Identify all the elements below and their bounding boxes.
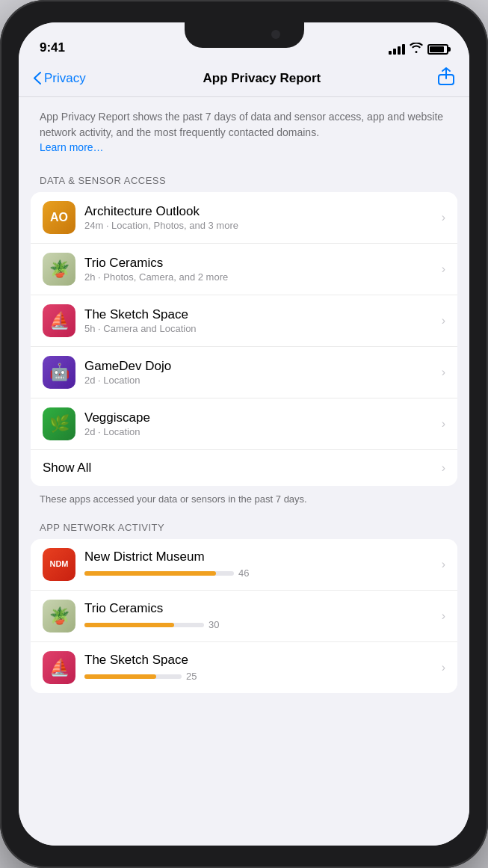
network-item[interactable]: NDM New District Museum 46 › <box>31 539 457 591</box>
app-icon-trio-ceramics: 🪴 <box>43 253 75 286</box>
status-icons <box>389 43 448 55</box>
battery-icon <box>427 44 448 55</box>
back-label: Privacy <box>44 71 86 86</box>
list-item[interactable]: AO Architecture Outlook 24m · Location, … <box>31 192 457 244</box>
app-icon-sketch-space-network: ⛵ <box>43 651 75 684</box>
app-icon-gamedev-dojo: 🤖 <box>43 356 75 389</box>
network-item[interactable]: 🪴 Trio Ceramics 30 › <box>31 591 457 642</box>
network-text: The Sketch Space 25 <box>84 653 436 682</box>
bar-track <box>84 623 204 627</box>
show-all-item[interactable]: Show All › <box>31 450 457 486</box>
app-name: New District Museum <box>84 550 436 564</box>
item-text: Veggiscape 2d · Location <box>84 410 436 437</box>
network-text: New District Museum 46 <box>84 550 436 579</box>
bar-track <box>84 571 234 576</box>
wifi-icon <box>410 43 423 55</box>
app-icon-veggiscape: 🌿 <box>43 407 75 440</box>
chevron-right-icon: › <box>442 661 445 674</box>
bar-value: 25 <box>186 671 197 682</box>
info-section: App Privacy Report shows the past 7 days… <box>19 97 469 163</box>
app-name: The Sketch Space <box>84 307 436 322</box>
app-name: Architecture Outlook <box>84 204 436 219</box>
app-name: GameDev Dojo <box>84 359 436 374</box>
info-description: App Privacy Report shows the past 7 days… <box>40 111 443 138</box>
list-item[interactable]: 🌿 Veggiscape 2d · Location › <box>31 398 457 450</box>
chevron-right-icon: › <box>442 461 445 475</box>
show-all-label: Show All <box>43 461 436 475</box>
app-subtitle: 2d · Location <box>84 426 436 437</box>
page-title: App Privacy Report <box>203 71 321 86</box>
list-item[interactable]: ⛵ The Sketch Space 5h · Camera and Locat… <box>31 295 457 347</box>
item-text: The Sketch Space 5h · Camera and Locatio… <box>84 307 436 334</box>
learn-more-link[interactable]: Learn more… <box>40 141 104 153</box>
phone-screen: 9:41 <box>19 22 469 846</box>
item-text: Architecture Outlook 24m · Location, Pho… <box>84 204 436 231</box>
chevron-right-icon: › <box>442 211 445 224</box>
network-text: Trio Ceramics 30 <box>84 601 436 630</box>
item-text: GameDev Dojo 2d · Location <box>84 359 436 386</box>
status-time: 9:41 <box>40 40 65 55</box>
network-activity-header: APP NETWORK ACTIVITY <box>19 510 469 539</box>
network-item[interactable]: ⛵ The Sketch Space 25 › <box>31 642 457 693</box>
chevron-right-icon: › <box>442 366 445 379</box>
app-icon-trio-ceramics-network: 🪴 <box>43 600 75 632</box>
app-name: The Sketch Space <box>84 653 436 668</box>
bar-fill <box>84 674 156 679</box>
app-icon-new-district-museum: NDM <box>43 548 75 581</box>
camera-dot <box>271 30 280 39</box>
chevron-right-icon: › <box>442 262 445 276</box>
bar-value: 30 <box>209 619 219 630</box>
phone-frame: 9:41 <box>0 0 488 868</box>
scroll-content[interactable]: App Privacy Report shows the past 7 days… <box>19 97 469 846</box>
chevron-right-icon: › <box>442 417 445 431</box>
bar-fill <box>84 571 216 576</box>
app-name: Trio Ceramics <box>84 601 436 616</box>
data-sensor-list: AO Architecture Outlook 24m · Location, … <box>31 192 457 486</box>
app-name: Veggiscape <box>84 410 436 425</box>
app-subtitle: 5h · Camera and Location <box>84 323 436 334</box>
data-sensor-header: DATA & SENSOR ACCESS <box>19 163 469 192</box>
back-button[interactable]: Privacy <box>34 71 86 86</box>
app-name: Trio Ceramics <box>84 256 436 271</box>
signal-icon <box>389 44 405 55</box>
bar-value: 46 <box>238 567 249 579</box>
app-subtitle: 24m · Location, Photos, and 3 more <box>84 220 436 231</box>
app-icon-sketch-space: ⛵ <box>43 304 75 337</box>
bar-track <box>84 674 182 679</box>
bottom-spacer <box>19 693 469 715</box>
bar-row: 30 <box>84 619 436 630</box>
chevron-right-icon: › <box>442 609 445 623</box>
item-text: Trio Ceramics 2h · Photos, Camera, and 2… <box>84 256 436 283</box>
bar-row: 46 <box>84 567 436 579</box>
app-subtitle: 2d · Location <box>84 375 436 386</box>
list-item[interactable]: 🤖 GameDev Dojo 2d · Location › <box>31 347 457 398</box>
bar-fill <box>84 623 174 627</box>
app-subtitle: 2h · Photos, Camera, and 2 more <box>84 271 436 283</box>
nav-bar: Privacy App Privacy Report <box>19 60 469 97</box>
chevron-right-icon: › <box>442 314 445 327</box>
notch <box>185 22 304 48</box>
chevron-right-icon: › <box>442 558 445 571</box>
network-activity-list: NDM New District Museum 46 › 🪴 <box>31 539 457 693</box>
list-item[interactable]: 🪴 Trio Ceramics 2h · Photos, Camera, and… <box>31 244 457 295</box>
bar-row: 25 <box>84 671 436 682</box>
data-sensor-footer: These apps accessed your data or sensors… <box>19 486 469 510</box>
share-button[interactable] <box>438 67 454 89</box>
app-icon-architecture-outlook: AO <box>43 201 75 234</box>
